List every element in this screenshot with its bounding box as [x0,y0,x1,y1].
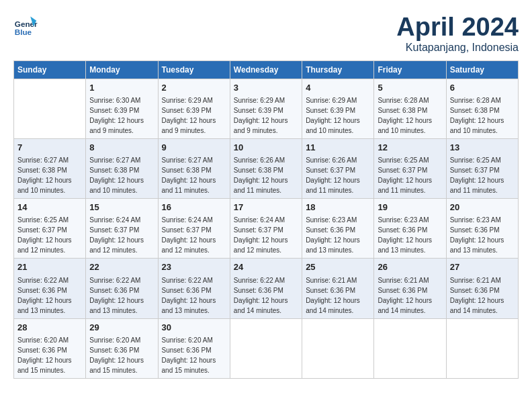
calendar-day-cell: 3Sunrise: 6:29 AMSunset: 6:39 PMDaylight… [230,79,302,138]
location-subtitle: Kutapanjang, Indonesia [396,42,519,54]
month-title: April 2024 [396,13,519,42]
calendar-day-cell: 15Sunrise: 6:24 AMSunset: 6:37 PMDayligh… [86,199,158,259]
calendar-day-cell: 19Sunrise: 6:23 AMSunset: 6:36 PMDayligh… [374,199,446,259]
day-number: 10 [234,142,298,154]
day-info: Sunrise: 6:25 AMSunset: 6:37 PMDaylight:… [17,216,72,254]
calendar-day-cell: 6Sunrise: 6:28 AMSunset: 6:38 PMDaylight… [446,79,518,138]
day-info: Sunrise: 6:22 AMSunset: 6:36 PMDaylight:… [17,277,72,314]
calendar-day-cell: 22Sunrise: 6:22 AMSunset: 6:36 PMDayligh… [86,259,158,318]
day-number: 2 [162,82,226,94]
day-info: Sunrise: 6:29 AMSunset: 6:39 PMDaylight:… [306,97,360,134]
day-number: 8 [89,142,154,154]
day-number: 28 [17,322,82,334]
calendar-day-cell: 11Sunrise: 6:26 AMSunset: 6:37 PMDayligh… [302,138,374,198]
calendar-body: 1Sunrise: 6:30 AMSunset: 6:39 PMDaylight… [14,79,519,378]
day-info: Sunrise: 6:22 AMSunset: 6:36 PMDaylight:… [234,277,288,314]
calendar-week-row: 28Sunrise: 6:20 AMSunset: 6:36 PMDayligh… [14,318,519,378]
calendar-day-cell: 8Sunrise: 6:27 AMSunset: 6:38 PMDaylight… [86,138,158,198]
calendar-day-cell [230,318,302,378]
day-info: Sunrise: 6:24 AMSunset: 6:37 PMDaylight:… [89,216,144,254]
day-number: 6 [450,82,515,94]
day-number: 7 [17,142,82,154]
day-info: Sunrise: 6:22 AMSunset: 6:36 PMDaylight:… [162,277,216,314]
calendar-day-cell: 18Sunrise: 6:23 AMSunset: 6:36 PMDayligh… [302,199,374,259]
day-info: Sunrise: 6:29 AMSunset: 6:39 PMDaylight:… [234,97,288,134]
calendar-day-cell: 23Sunrise: 6:22 AMSunset: 6:36 PMDayligh… [158,259,230,318]
day-number: 26 [378,261,442,273]
day-number: 13 [450,142,515,154]
calendar-day-cell: 13Sunrise: 6:25 AMSunset: 6:37 PMDayligh… [446,138,518,198]
day-info: Sunrise: 6:25 AMSunset: 6:37 PMDaylight:… [450,156,504,194]
day-number: 25 [306,261,370,273]
svg-text:Blue: Blue [15,28,32,36]
day-number: 12 [378,142,442,154]
calendar-day-cell: 12Sunrise: 6:25 AMSunset: 6:37 PMDayligh… [374,138,446,198]
calendar-week-row: 1Sunrise: 6:30 AMSunset: 6:39 PMDaylight… [14,79,519,138]
calendar-day-cell: 30Sunrise: 6:20 AMSunset: 6:36 PMDayligh… [158,318,230,378]
day-info: Sunrise: 6:23 AMSunset: 6:36 PMDaylight:… [306,216,360,254]
day-info: Sunrise: 6:21 AMSunset: 6:36 PMDaylight:… [378,277,432,314]
calendar-table: SundayMondayTuesdayWednesdayThursdayFrid… [13,60,519,379]
calendar-day-cell: 1Sunrise: 6:30 AMSunset: 6:39 PMDaylight… [86,79,158,138]
calendar-day-cell: 5Sunrise: 6:28 AMSunset: 6:38 PMDaylight… [374,79,446,138]
day-info: Sunrise: 6:27 AMSunset: 6:38 PMDaylight:… [17,156,72,194]
day-number: 29 [89,322,154,334]
calendar-day-cell [14,79,86,138]
day-info: Sunrise: 6:25 AMSunset: 6:37 PMDaylight:… [378,156,432,194]
weekday-header: Sunday [14,60,86,79]
day-info: Sunrise: 6:20 AMSunset: 6:36 PMDaylight:… [89,336,144,374]
day-info: Sunrise: 6:24 AMSunset: 6:37 PMDaylight:… [162,216,216,254]
day-info: Sunrise: 6:21 AMSunset: 6:36 PMDaylight:… [450,277,504,314]
day-number: 15 [89,201,154,214]
weekday-header: Friday [374,60,446,79]
calendar-day-cell: 17Sunrise: 6:24 AMSunset: 6:37 PMDayligh… [230,199,302,259]
calendar-day-cell [446,318,518,378]
weekday-header: Monday [86,60,158,79]
day-number: 9 [162,142,226,154]
calendar-week-row: 14Sunrise: 6:25 AMSunset: 6:37 PMDayligh… [14,199,519,259]
calendar-day-cell: 20Sunrise: 6:23 AMSunset: 6:36 PMDayligh… [446,199,518,259]
calendar-day-cell: 14Sunrise: 6:25 AMSunset: 6:37 PMDayligh… [14,199,86,259]
day-info: Sunrise: 6:28 AMSunset: 6:38 PMDaylight:… [450,97,504,134]
weekday-header: Thursday [302,60,374,79]
calendar-day-cell: 10Sunrise: 6:26 AMSunset: 6:38 PMDayligh… [230,138,302,198]
calendar-day-cell: 4Sunrise: 6:29 AMSunset: 6:39 PMDaylight… [302,79,374,138]
day-info: Sunrise: 6:23 AMSunset: 6:36 PMDaylight:… [450,216,504,254]
calendar-week-row: 21Sunrise: 6:22 AMSunset: 6:36 PMDayligh… [14,259,519,318]
calendar-week-row: 7Sunrise: 6:27 AMSunset: 6:38 PMDaylight… [14,138,519,198]
title-area: April 2024 Kutapanjang, Indonesia [396,13,519,54]
day-info: Sunrise: 6:23 AMSunset: 6:36 PMDaylight:… [378,216,432,254]
calendar-day-cell: 27Sunrise: 6:21 AMSunset: 6:36 PMDayligh… [446,259,518,318]
page-header: General Blue April 2024 Kutapanjang, Ind… [13,13,519,54]
day-info: Sunrise: 6:20 AMSunset: 6:36 PMDaylight:… [162,336,216,374]
calendar-day-cell: 9Sunrise: 6:27 AMSunset: 6:38 PMDaylight… [158,138,230,198]
calendar-day-cell: 7Sunrise: 6:27 AMSunset: 6:38 PMDaylight… [14,138,86,198]
day-info: Sunrise: 6:24 AMSunset: 6:37 PMDaylight:… [234,216,288,254]
weekday-header: Wednesday [230,60,302,79]
calendar-header-row: SundayMondayTuesdayWednesdayThursdayFrid… [14,60,519,79]
calendar-day-cell: 28Sunrise: 6:20 AMSunset: 6:36 PMDayligh… [14,318,86,378]
day-info: Sunrise: 6:21 AMSunset: 6:36 PMDaylight:… [306,277,360,314]
day-info: Sunrise: 6:30 AMSunset: 6:39 PMDaylight:… [89,97,144,134]
day-number: 1 [89,82,154,94]
day-number: 4 [306,82,370,94]
calendar-day-cell: 2Sunrise: 6:29 AMSunset: 6:39 PMDaylight… [158,79,230,138]
calendar-day-cell: 25Sunrise: 6:21 AMSunset: 6:36 PMDayligh… [302,259,374,318]
day-number: 19 [378,201,442,214]
day-number: 27 [450,261,515,273]
day-number: 17 [234,201,298,214]
day-info: Sunrise: 6:28 AMSunset: 6:38 PMDaylight:… [378,97,432,134]
day-number: 20 [450,201,515,214]
calendar-day-cell [374,318,446,378]
day-info: Sunrise: 6:22 AMSunset: 6:36 PMDaylight:… [89,277,144,314]
day-info: Sunrise: 6:26 AMSunset: 6:37 PMDaylight:… [306,156,360,194]
day-number: 3 [234,82,298,94]
calendar-day-cell: 26Sunrise: 6:21 AMSunset: 6:36 PMDayligh… [374,259,446,318]
day-number: 23 [162,261,226,273]
day-info: Sunrise: 6:20 AMSunset: 6:36 PMDaylight:… [17,336,72,374]
calendar-day-cell: 29Sunrise: 6:20 AMSunset: 6:36 PMDayligh… [86,318,158,378]
logo-icon: General Blue [13,13,38,38]
day-info: Sunrise: 6:27 AMSunset: 6:38 PMDaylight:… [89,156,144,194]
day-number: 30 [162,322,226,334]
day-number: 11 [306,142,370,154]
